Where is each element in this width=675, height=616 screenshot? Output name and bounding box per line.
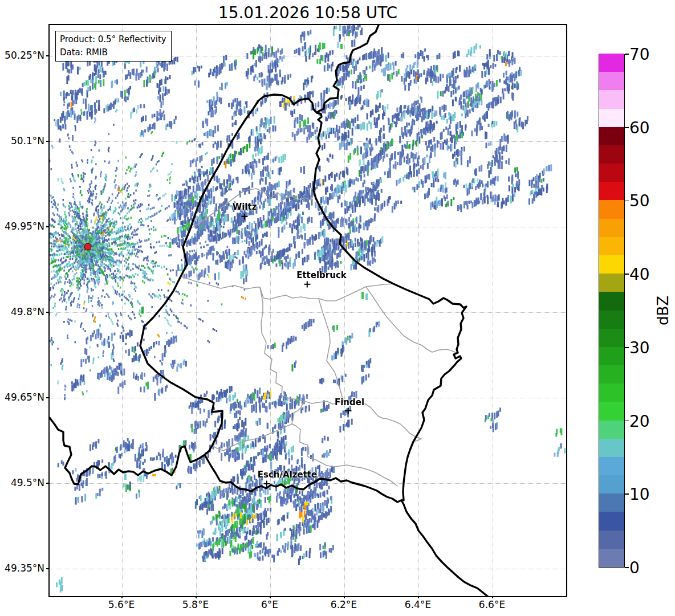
- colorbar-segment: [599, 127, 624, 145]
- colorbar-segment: [599, 72, 624, 91]
- colorbar-segment: [599, 346, 624, 365]
- y-axis-tick-mark: [46, 55, 48, 56]
- x-axis-tick-label: 5.6°E: [108, 599, 135, 610]
- x-axis-tick-label: 6.4°E: [405, 599, 431, 610]
- colorbar-segment: [599, 164, 624, 182]
- radar-site-marker: [84, 243, 92, 251]
- colorbar-tick-mark: [625, 54, 629, 55]
- y-axis-tick-label: 49.35°N: [3, 562, 44, 574]
- colorbar-segment: [599, 475, 624, 494]
- x-axis-tick-mark: [196, 596, 197, 598]
- colorbar-tick-mark: [625, 567, 629, 568]
- map-plot-inner: WiltzEttelbruckFindelEsch/Alzette Produc…: [50, 25, 566, 596]
- timestamp-title: 15.01.2026 10:58 UTC: [218, 3, 397, 22]
- colorbar-segment: [599, 548, 624, 567]
- city-marker-cross: [244, 214, 245, 220]
- y-axis-tick-label: 50.25°N: [3, 50, 44, 61]
- colorbar-segment: [599, 274, 624, 292]
- y-axis-tick-mark: [46, 226, 48, 227]
- y-axis-tick-label: 49.5°N: [3, 477, 44, 488]
- colorbar-tick-mark: [625, 493, 629, 495]
- city-label-findel: Findel: [335, 397, 364, 407]
- colorbar-segment: [599, 54, 624, 72]
- colorbar-segment: [599, 255, 624, 274]
- y-axis-tick-mark: [46, 568, 48, 569]
- radar-app: 15.01.2026 10:58 UTC WiltzEttelbruckFind…: [0, 0, 675, 616]
- x-axis-tick-label: 6.6°E: [479, 599, 505, 610]
- product-info-box: Product: 0.5° Reflectivity Data: RMIB: [55, 31, 172, 62]
- y-axis-tick-mark: [46, 397, 48, 398]
- x-axis-tick-mark: [121, 596, 123, 598]
- y-axis-tick-label: 49.8°N: [3, 306, 44, 317]
- colorbar-segment: [599, 310, 624, 329]
- y-axis-tick-mark: [46, 312, 48, 313]
- colorbar-tick-mark: [625, 201, 629, 202]
- colorbar-tick-mark: [625, 127, 629, 128]
- colorbar-tick-mark: [625, 274, 629, 275]
- x-axis-tick-label: 6.2°E: [331, 599, 357, 610]
- city-marker-cross: [307, 282, 308, 288]
- colorbar-tick-label: 30: [629, 338, 650, 357]
- colorbar-segment: [599, 200, 624, 219]
- x-axis-tick-mark: [270, 596, 271, 598]
- colorbar-tick-mark: [625, 347, 629, 348]
- colorbar-segment: [599, 512, 624, 531]
- colorbar-segment: [599, 145, 624, 164]
- x-axis-tick-label: 5.8°E: [182, 599, 209, 610]
- country-borders-svg: [50, 25, 566, 596]
- colorbar-segment: [599, 530, 624, 549]
- colorbar-segment: [599, 420, 624, 439]
- colorbar-segment: [599, 236, 624, 255]
- y-axis-tick-label: 49.65°N: [3, 391, 44, 403]
- colorbar-tick-label: 60: [629, 118, 650, 137]
- colorbar-segment: [599, 108, 624, 127]
- colorbar-segment: [599, 438, 624, 457]
- map-plot-area: WiltzEttelbruckFindelEsch/Alzette Produc…: [48, 24, 567, 597]
- product-line: Product: 0.5° Reflectivity: [60, 33, 166, 46]
- x-axis-tick-mark: [418, 596, 419, 598]
- colorbar-segment: [599, 456, 624, 475]
- colorbar-segment: [599, 292, 624, 311]
- city-label-ettelbruck: Ettelbruck: [296, 270, 347, 280]
- colorbar-tick-label: 50: [629, 191, 650, 210]
- colorbar-segment: [599, 493, 624, 512]
- x-axis-tick-mark: [344, 596, 345, 598]
- data-source-line: Data: RMIB: [60, 46, 166, 59]
- colorbar-segment: [599, 182, 624, 201]
- colorbar-tick-label: 0: [629, 558, 640, 577]
- colorbar-tick-mark: [625, 421, 629, 422]
- colorbar-tick-label: 10: [629, 485, 650, 504]
- colorbar-tick-label: 20: [629, 411, 650, 430]
- city-marker-cross: [266, 481, 267, 487]
- x-axis-tick-label: 6°E: [261, 599, 278, 610]
- colorbar-tick-label: 40: [629, 265, 650, 284]
- city-label-eschalzette: Esch/Alzette: [258, 470, 317, 480]
- colorbar: [599, 54, 625, 568]
- x-axis-tick-mark: [492, 596, 493, 598]
- colorbar-unit-label: dBZ: [654, 296, 672, 325]
- colorbar-segment: [599, 218, 624, 237]
- colorbar-segment: [599, 90, 624, 109]
- y-axis-tick-mark: [46, 483, 48, 484]
- y-axis-tick-mark: [46, 141, 48, 142]
- colorbar-tick-label: 70: [629, 45, 650, 64]
- city-label-wiltz: Wiltz: [233, 202, 257, 212]
- y-axis-tick-label: 50.1°N: [3, 135, 44, 146]
- city-marker-cross: [348, 408, 349, 414]
- colorbar-segment: [599, 328, 624, 347]
- colorbar-segment: [599, 384, 624, 402]
- colorbar-segment: [599, 402, 624, 421]
- colorbar-segment: [599, 365, 624, 384]
- y-axis-tick-label: 49.95°N: [3, 221, 44, 232]
